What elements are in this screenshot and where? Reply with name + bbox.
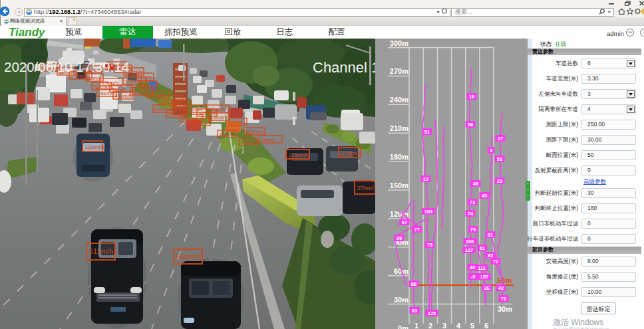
svg-text:127: 127 — [465, 247, 474, 253]
svg-text:45: 45 — [482, 193, 487, 199]
svg-text:85: 85 — [488, 253, 493, 259]
svg-text:215km/h: 215km/h — [289, 152, 308, 158]
svg-text:56: 56 — [468, 122, 473, 128]
svg-text:0m: 0m — [398, 324, 408, 329]
svg-text:19: 19 — [423, 176, 428, 182]
svg-text:27km/: 27km/ — [357, 185, 374, 191]
svg-text:51: 51 — [424, 129, 430, 135]
svg-text:33km/h: 33km/h — [141, 82, 158, 88]
svg-text:61: 61 — [480, 245, 485, 251]
svg-text:52km/h: 52km/h — [246, 129, 263, 135]
svg-text:81: 81 — [488, 232, 493, 238]
svg-text:65km/h: 65km/h — [176, 253, 200, 261]
svg-text:210m: 210m — [390, 124, 408, 132]
svg-text:2020/06/10 17:39:14: 2020/06/10 17:39:14 — [4, 59, 129, 74]
svg-text:6km/h: 6km/h — [132, 89, 146, 95]
svg-text:77: 77 — [414, 227, 420, 233]
svg-text:180m: 180m — [390, 153, 408, 161]
svg-text:270km/h: 270km/h — [341, 150, 361, 156]
svg-text:16: 16 — [469, 94, 474, 100]
svg-text:111: 111 — [478, 265, 486, 271]
svg-text:5km/h: 5km/h — [231, 120, 245, 126]
svg-text:4: 4 — [456, 322, 461, 329]
svg-text:3km/h: 3km/h — [261, 137, 275, 143]
svg-text:30m: 30m — [394, 296, 408, 304]
svg-text:16km/h: 16km/h — [208, 106, 225, 112]
svg-text:125: 125 — [428, 310, 436, 316]
svg-text:72: 72 — [493, 259, 498, 265]
svg-text:-9: -9 — [471, 274, 476, 280]
svg-text:29km/h: 29km/h — [241, 140, 258, 146]
svg-text:48: 48 — [473, 181, 478, 187]
svg-text:39: 39 — [397, 235, 402, 241]
svg-text:http://192.168.1.2/?t=47346045: http://192.168.1.2/?t=4734604553#radar — [34, 9, 141, 15]
svg-text:5: 5 — [470, 322, 474, 329]
svg-text:129km/h: 129km/h — [85, 144, 104, 150]
svg-text:300m: 300m — [390, 39, 408, 47]
svg-text:44km/h: 44km/h — [114, 93, 132, 99]
svg-text:51km/h: 51km/h — [89, 247, 113, 255]
svg-text:270m: 270m — [390, 67, 408, 75]
svg-text:73: 73 — [470, 199, 475, 205]
svg-text:Channel 1: Channel 1 — [313, 59, 375, 76]
svg-text:157: 157 — [480, 274, 489, 280]
svg-text:13km/h: 13km/h — [210, 114, 228, 120]
svg-text:30m: 30m — [498, 305, 512, 313]
svg-text:23: 23 — [497, 178, 502, 184]
svg-text:2E: 2E — [484, 285, 490, 291]
svg-text:75: 75 — [427, 242, 432, 248]
svg-text:16km/h: 16km/h — [219, 132, 236, 138]
svg-text:67: 67 — [402, 219, 407, 225]
svg-text:3: 3 — [442, 322, 446, 329]
svg-text:3: 3 — [490, 148, 492, 154]
svg-text:79: 79 — [470, 227, 476, 233]
svg-text:2: 2 — [428, 322, 432, 329]
svg-text:28km/h: 28km/h — [98, 90, 115, 96]
svg-text:88: 88 — [411, 281, 416, 287]
svg-text:40: 40 — [470, 265, 475, 271]
svg-text:240m: 240m — [390, 96, 408, 104]
svg-text:1: 1 — [414, 322, 418, 329]
svg-text:63: 63 — [412, 308, 417, 314]
svg-text:23km/h: 23km/h — [93, 84, 110, 90]
svg-text:7km/h: 7km/h — [138, 74, 152, 80]
svg-text:150m: 150m — [390, 181, 408, 189]
svg-text:106: 106 — [466, 239, 474, 245]
svg-text:74: 74 — [468, 211, 474, 217]
svg-text:6: 6 — [484, 322, 488, 329]
svg-text:103: 103 — [424, 209, 433, 215]
svg-text:11km/h: 11km/h — [194, 120, 212, 126]
